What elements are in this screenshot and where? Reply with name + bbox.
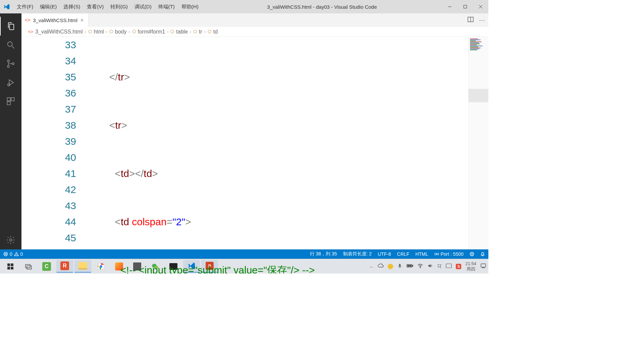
start-button[interactable] xyxy=(2,260,19,273)
breadcrumb: <>3_valiWithCSS.html› ⎔html› ⎔body› ⎔for… xyxy=(21,27,488,37)
svg-rect-11 xyxy=(7,98,10,101)
menu-terminal[interactable]: 终端(T) xyxy=(155,0,178,13)
tray-notifications-icon[interactable] xyxy=(480,263,486,270)
extensions-icon[interactable] xyxy=(0,92,21,111)
chevron-right-icon: › xyxy=(106,29,107,34)
crumb-td[interactable]: ⎔td xyxy=(208,29,218,35)
window-controls xyxy=(442,0,488,13)
menu-file[interactable]: 文件(F) xyxy=(13,0,37,13)
svg-point-14 xyxy=(10,239,12,241)
svg-point-6 xyxy=(7,60,9,62)
chevron-right-icon: › xyxy=(129,29,130,34)
code-content[interactable]: </tr> <tr> <td></td> <td colspan="2"> <!… xyxy=(87,37,468,249)
debug-icon[interactable] xyxy=(0,73,21,92)
search-icon[interactable] xyxy=(0,36,21,54)
svg-rect-1 xyxy=(464,5,467,8)
svg-rect-27 xyxy=(7,267,10,269)
chevron-right-icon: › xyxy=(204,29,206,34)
tab-filename: 3_valiWithCSS.html xyxy=(33,17,77,23)
split-editor-icon[interactable] xyxy=(468,16,474,24)
close-button[interactable] xyxy=(473,0,488,13)
svg-point-23 xyxy=(471,253,471,254)
crumb-body[interactable]: ⎔body› xyxy=(109,29,130,35)
menu-edit[interactable]: 编辑(E) xyxy=(37,0,60,13)
explorer-icon[interactable] xyxy=(0,17,21,36)
svg-rect-29 xyxy=(25,264,30,268)
svg-rect-12 xyxy=(11,98,14,101)
svg-point-22 xyxy=(470,252,474,256)
taskbar-app-camtasia[interactable]: C xyxy=(38,260,55,273)
activity-bar xyxy=(0,13,21,249)
tag-icon: ⎔ xyxy=(88,29,92,34)
editor-tab[interactable]: <> 3_valiWithCSS.html ✕ xyxy=(21,13,89,27)
svg-rect-13 xyxy=(7,102,10,105)
vscode-logo-icon xyxy=(0,3,13,10)
svg-point-7 xyxy=(7,65,9,67)
tag-icon: ⎔ xyxy=(193,29,197,34)
chevron-right-icon: › xyxy=(167,29,168,34)
crumb-table[interactable]: ⎔table› xyxy=(170,29,191,35)
menu-bar: 文件(F) 编辑(E) 选择(S) 查看(V) 转到(G) 调试(D) 终端(T… xyxy=(13,0,202,13)
crumb-file[interactable]: <>3_valiWithCSS.html› xyxy=(28,29,86,35)
crumb-tr[interactable]: ⎔tr› xyxy=(193,29,206,35)
title-bar: 文件(F) 编辑(E) 选择(S) 查看(V) 转到(G) 调试(D) 终端(T… xyxy=(0,0,488,13)
svg-point-4 xyxy=(8,42,12,47)
html-file-icon: <> xyxy=(25,17,30,23)
taskbar-app-recorder[interactable]: R xyxy=(56,260,73,273)
chevron-right-icon: › xyxy=(190,29,191,34)
svg-rect-28 xyxy=(11,267,13,269)
status-bell-icon[interactable] xyxy=(480,252,485,256)
tag-icon: ⎔ xyxy=(132,29,136,34)
svg-rect-43 xyxy=(481,264,486,267)
svg-rect-25 xyxy=(7,263,10,266)
tab-close-icon[interactable]: ✕ xyxy=(80,18,84,23)
svg-point-8 xyxy=(12,63,14,65)
menu-debug[interactable]: 调试(D) xyxy=(131,0,155,13)
svg-point-10 xyxy=(8,84,10,86)
html-file-icon: <> xyxy=(28,29,33,34)
editor-area: <> 3_valiWithCSS.html ✕ ⋯ <>3_valiWithCS… xyxy=(21,13,488,249)
minimap-viewport[interactable] xyxy=(469,89,488,102)
tag-icon: ⎔ xyxy=(208,29,211,34)
minimize-button[interactable] xyxy=(442,0,458,13)
more-actions-icon[interactable]: ⋯ xyxy=(479,16,485,24)
task-view-icon[interactable] xyxy=(20,260,37,273)
source-control-icon[interactable] xyxy=(0,54,21,73)
tag-icon: ⎔ xyxy=(109,29,113,34)
menu-selection[interactable]: 选择(S) xyxy=(60,0,84,13)
menu-help[interactable]: 帮助(H) xyxy=(178,0,202,13)
line-number-gutter: 33 34 35 36 37 38 39 40 41 42 43 44 45 xyxy=(21,37,87,249)
chevron-right-icon: › xyxy=(85,29,86,34)
code-editor[interactable]: 33 34 35 36 37 38 39 40 41 42 43 44 45 <… xyxy=(21,37,488,249)
status-feedback-icon[interactable] xyxy=(470,252,474,256)
menu-go[interactable]: 转到(G) xyxy=(107,0,131,13)
svg-rect-26 xyxy=(11,263,13,266)
svg-line-5 xyxy=(12,46,14,49)
minimap[interactable] xyxy=(468,37,488,249)
crumb-html[interactable]: ⎔html› xyxy=(88,29,107,35)
tab-bar: <> 3_valiWithCSS.html ✕ ⋯ xyxy=(21,13,488,27)
tag-icon: ⎔ xyxy=(170,29,174,34)
svg-point-24 xyxy=(472,253,473,254)
maximize-button[interactable] xyxy=(458,0,473,13)
window-title: 3_valiWithCSS.html - day03 - Visual Stud… xyxy=(202,4,442,10)
crumb-form[interactable]: ⎔form#form1› xyxy=(132,29,169,35)
status-problems[interactable]: 0 0 xyxy=(3,251,23,257)
settings-gear-icon[interactable] xyxy=(0,231,21,249)
svg-rect-30 xyxy=(27,266,32,269)
menu-view[interactable]: 查看(V) xyxy=(84,0,107,13)
